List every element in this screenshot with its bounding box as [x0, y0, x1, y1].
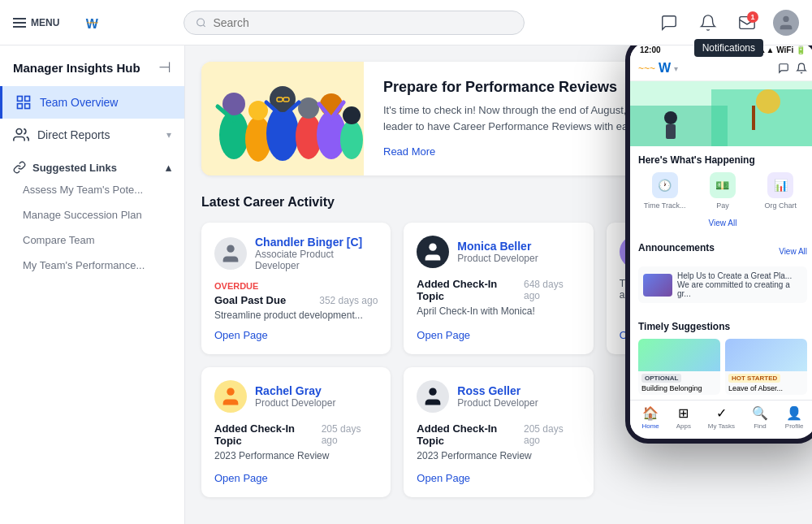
announcements-header: Announcements View All: [638, 242, 807, 260]
svg-point-13: [266, 106, 299, 161]
suggestion-building-belonging[interactable]: OPTIONAL Building Belonging: [638, 339, 720, 395]
mobile-whats-happening: Here's What's Happening 🕐 Time Track... …: [630, 146, 812, 234]
sidebar-sub-succession[interactable]: Manage Succession Plan: [0, 202, 184, 227]
sidebar-sub-assess[interactable]: Assess My Team's Pote...: [0, 177, 184, 202]
card-days-chandler: 352 days ago: [319, 295, 378, 306]
svg-rect-38: [752, 106, 755, 130]
card-info-chandler: Chandler Binger [C] Associate Product De…: [255, 236, 378, 271]
suggestion-name-1: Building Belonging: [641, 384, 702, 392]
mobile-nav-home[interactable]: 🏠 Home: [641, 405, 659, 430]
mobile-nav-apps[interactable]: ⊞ Apps: [676, 405, 691, 430]
mobile-nav-find[interactable]: 🔍 Find: [752, 405, 768, 430]
pay-icon: 💵: [710, 172, 736, 198]
card-header-chandler: Chandler Binger [C] Associate Product De…: [214, 236, 378, 271]
mobile-banner-svg: [630, 81, 812, 146]
sidebar-sub-compare[interactable]: Compare Team: [0, 227, 184, 253]
card-info-ross: Ross Geller Product Developer: [457, 384, 538, 409]
mobile-chat-icon: [778, 63, 789, 74]
suggested-links-section[interactable]: Suggested Links ▴: [0, 151, 184, 177]
card-desc-rachel: 2023 Performance Review: [214, 450, 378, 461]
card-link-ross[interactable]: Open Page: [417, 472, 580, 484]
inbox-icon-button[interactable]: 1: [734, 10, 760, 36]
activity-card-chandler: Chandler Binger [C] Associate Product De…: [201, 223, 391, 354]
suggestion-label-1: OPTIONAL Building Belonging: [638, 371, 720, 395]
card-info-monica: Monica Beller Product Developer: [457, 240, 538, 264]
announcement-text: Help Us to Create a Great Pla... We are …: [677, 271, 802, 298]
team-overview-icon: [15, 94, 32, 110]
svg-point-0: [197, 19, 205, 26]
suggestion-label-2: HOT STARTED Leave of Abser...: [725, 371, 807, 395]
link-icon: [13, 161, 26, 174]
hero-illustration: [201, 62, 364, 175]
card-role-rachel: Product Developer: [255, 397, 335, 409]
card-link-rachel[interactable]: Open Page: [214, 472, 378, 484]
main-content: Prepare for Performance Reviews It's tim…: [185, 45, 812, 524]
read-more-link[interactable]: Read More: [383, 145, 435, 158]
mobile-whats-title: Here's What's Happening: [638, 154, 807, 166]
activity-label-rachel: Added Check-In Topic: [214, 422, 322, 447]
card-link-chandler[interactable]: Open Page: [214, 329, 378, 341]
pay-label: Pay: [716, 201, 729, 210]
card-desc-chandler: Streamline product development...: [214, 310, 378, 321]
suggestion-badge-1: OPTIONAL: [641, 374, 681, 383]
sidebar-item-direct-reports[interactable]: Direct Reports ▾: [0, 119, 184, 151]
mobile-icon-timetrack[interactable]: 🕐 Time Track...: [638, 172, 691, 210]
tasks-nav-label: My Tasks: [708, 422, 735, 430]
svg-point-20: [343, 106, 361, 124]
sidebar-sub-performance[interactable]: My Team's Performance...: [0, 253, 184, 278]
svg-rect-5: [18, 104, 23, 109]
search-input[interactable]: [213, 16, 512, 29]
mobile-app-bar: ~~~ W ▾: [630, 58, 812, 81]
suggested-links-chevron: ▴: [166, 162, 171, 174]
svg-point-30: [430, 244, 437, 251]
svg-point-2: [783, 15, 788, 21]
sidebar-title: Manager Insights Hub: [13, 61, 140, 75]
card-name-rachel: Rachel Gray: [255, 384, 335, 397]
sidebar-item-team-overview[interactable]: Team Overview: [0, 86, 184, 119]
announcements-view-all[interactable]: View All: [779, 247, 807, 256]
svg-point-19: [340, 120, 363, 159]
avatar-ross: [417, 380, 449, 413]
svg-point-32: [227, 388, 234, 396]
mobile-icon-pay[interactable]: 💵 Pay: [696, 172, 749, 210]
top-navigation: MENU ~~~ W 1: [0, 0, 812, 45]
mobile-dropdown-icon: ▾: [674, 64, 678, 73]
announcement-item[interactable]: Help Us to Create a Great Pla... We are …: [638, 266, 807, 303]
profile-nav-icon: 👤: [786, 405, 802, 421]
home-nav-icon: 🏠: [642, 405, 659, 421]
suggestion-img-2: [725, 339, 807, 371]
suggestion-leave[interactable]: HOT STARTED Leave of Abser...: [725, 339, 807, 395]
direct-reports-label: Direct Reports: [37, 128, 110, 141]
mobile-icon-orgchart[interactable]: 📊 Org Chart: [754, 172, 807, 210]
activity-card-monica: Monica Beller Product Developer Added Ch…: [404, 223, 593, 354]
card-header-ross: Ross Geller Product Developer: [417, 380, 580, 413]
suggestion-name-2: Leave of Abser...: [728, 384, 783, 392]
mobile-status-bar: 12:00 ▲▲▲ WiFi 🔋: [630, 45, 812, 58]
time-track-label: Time Track...: [644, 201, 686, 210]
mobile-timely-suggestions: Timely Suggestions OPTIONAL Building Bel…: [630, 313, 812, 400]
card-name-ross: Ross Geller: [457, 384, 538, 397]
search-bar[interactable]: [184, 11, 525, 35]
menu-button[interactable]: MENU: [13, 17, 59, 28]
card-link-monica[interactable]: Open Page: [417, 329, 580, 341]
inbox-badge: 1: [747, 11, 758, 23]
bell-icon-button[interactable]: [695, 10, 721, 36]
view-all-link[interactable]: View All: [709, 219, 737, 227]
sidebar-collapse-button[interactable]: ⊣: [158, 58, 171, 76]
card-desc-monica: April Check-In with Monica!: [417, 305, 580, 317]
svg-point-37: [756, 89, 780, 114]
mobile-nav-profile[interactable]: 👤 Profile: [785, 405, 804, 430]
activity-row-chandler: Goal Past Due 352 days ago: [214, 294, 378, 306]
svg-point-39: [664, 111, 677, 124]
chat-icon-button[interactable]: [656, 10, 682, 36]
mobile-logo-area: ~~~ W ▾: [638, 61, 678, 76]
user-avatar[interactable]: [773, 10, 799, 36]
svg-rect-6: [25, 104, 30, 109]
activity-label-chandler: Goal Past Due: [214, 294, 286, 306]
sidebar-header: Manager Insights Hub ⊣: [0, 58, 184, 86]
mobile-nav-tasks[interactable]: ✓ My Tasks: [708, 405, 735, 430]
logo[interactable]: ~~~ W: [79, 10, 105, 36]
svg-point-7: [16, 129, 22, 135]
card-role-ross: Product Developer: [457, 397, 538, 409]
card-days-monica: 648 days ago: [524, 279, 581, 301]
